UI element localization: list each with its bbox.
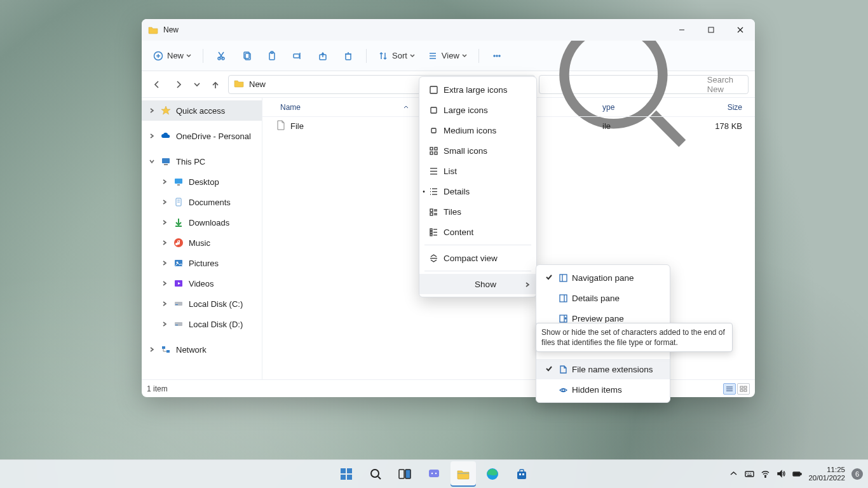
store-task-button[interactable]: [509, 461, 534, 487]
svg-rect-66: [430, 152, 433, 154]
svg-rect-114: [522, 473, 524, 475]
sidebar-item-label: This PC: [176, 157, 205, 166]
menu-item-small-icons[interactable]: Small icons: [419, 140, 536, 161]
sidebar-item-pictures[interactable]: Pictures: [142, 253, 262, 273]
menu-item-list[interactable]: List: [419, 161, 536, 181]
menu-item-details[interactable]: • Details: [419, 181, 536, 201]
sidebar-item-videos[interactable]: Videos: [142, 273, 262, 294]
chat-button[interactable]: [421, 461, 447, 487]
menu-item-label: File name extensions: [572, 365, 653, 374]
clock[interactable]: 11:25 20/01/2022: [808, 466, 845, 482]
task-view-button[interactable]: [392, 461, 417, 487]
copy-button[interactable]: [235, 46, 258, 66]
paste-button[interactable]: [261, 46, 283, 66]
list-icon: [428, 166, 438, 176]
titlebar[interactable]: New: [142, 19, 755, 41]
sidebar-item-network[interactable]: Network: [142, 339, 262, 360]
svg-rect-77: [430, 209, 433, 212]
edge-task-button[interactable]: [480, 461, 505, 487]
sidebar-item-label: Local Disk (D:): [189, 320, 243, 329]
close-button[interactable]: [726, 19, 755, 41]
maximize-button[interactable]: [696, 19, 726, 41]
cut-button[interactable]: [210, 46, 233, 66]
menu-item-extra-large-icons[interactable]: Extra large icons: [419, 79, 536, 100]
sidebar-item-label: Local Disk (C:): [189, 299, 243, 309]
notification-badge[interactable]: 6: [851, 468, 863, 480]
svg-point-120: [765, 476, 766, 477]
view-button[interactable]: View: [423, 46, 472, 66]
sidebar-item-local-disk-d[interactable]: Local Disk (D:): [142, 314, 262, 334]
disk-icon: [173, 319, 184, 329]
recent-locations-button[interactable]: [191, 76, 203, 93]
view-menu: Extra large icons Large icons Medium ico…: [419, 76, 537, 297]
rename-button[interactable]: [286, 46, 309, 66]
tray-overflow-button[interactable]: [729, 469, 738, 480]
details-view-toggle[interactable]: [723, 383, 736, 395]
sidebar-item-label: Downloads: [189, 218, 229, 227]
new-button[interactable]: New: [148, 46, 196, 66]
svg-rect-112: [520, 470, 524, 472]
svg-rect-92: [560, 295, 567, 302]
chevron-down-icon: [462, 51, 467, 60]
menu-item-file-name-extensions[interactable]: File name extensions: [536, 359, 670, 379]
sidebar-item-desktop[interactable]: Desktop: [142, 172, 262, 192]
menu-item-content[interactable]: Content: [419, 222, 536, 242]
sidebar-item-documents[interactable]: Documents: [142, 192, 262, 212]
more-button[interactable]: [485, 46, 508, 66]
svg-rect-1: [709, 27, 714, 32]
file-type: ile: [602, 121, 611, 131]
svg-rect-60: [744, 390, 747, 391]
menu-item-navigation-pane[interactable]: Navigation pane: [536, 268, 670, 288]
back-button[interactable]: [148, 76, 166, 93]
column-name: Name: [280, 103, 301, 112]
sidebar-item-onedrive[interactable]: OneDrive - Personal: [142, 126, 262, 146]
up-button[interactable]: [207, 76, 224, 93]
svg-point-97: [562, 389, 564, 391]
wifi-icon[interactable]: [761, 469, 770, 480]
column-size: Size: [728, 103, 742, 112]
menu-item-label: Large icons: [444, 105, 488, 115]
keyboard-icon[interactable]: [745, 469, 754, 480]
status-item-count: 1 item: [147, 384, 168, 393]
chevron-right-icon: [525, 280, 530, 289]
thumbnails-view-toggle[interactable]: [737, 383, 750, 395]
search-task-button[interactable]: [363, 461, 388, 487]
sidebar-item-music[interactable]: Music: [142, 233, 262, 253]
search-input[interactable]: Search New: [539, 75, 749, 94]
menu-item-show[interactable]: Show: [419, 274, 536, 294]
file-explorer-task-button[interactable]: [451, 461, 476, 487]
forward-button[interactable]: [170, 76, 187, 93]
disk-icon: [173, 299, 184, 309]
menu-item-medium-icons[interactable]: Medium icons: [419, 120, 536, 140]
svg-rect-83: [430, 229, 432, 231]
menu-item-label: Navigation pane: [572, 273, 634, 283]
sidebar-item-quick-access[interactable]: Quick access: [142, 100, 262, 121]
battery-icon[interactable]: [792, 469, 802, 480]
sidebar-item-local-disk-c[interactable]: Local Disk (C:): [142, 294, 262, 314]
minimize-button[interactable]: [667, 19, 696, 41]
share-button[interactable]: [311, 46, 334, 66]
desktop-icon: [173, 177, 184, 187]
file-size: 178 KB: [715, 121, 742, 131]
svg-point-26: [496, 55, 498, 57]
start-button[interactable]: [334, 461, 359, 487]
menu-item-large-icons[interactable]: Large icons: [419, 100, 536, 120]
volume-icon[interactable]: [776, 469, 786, 480]
svg-point-25: [494, 55, 495, 57]
chevron-down-icon: [410, 51, 415, 60]
menu-item-details-pane[interactable]: Details pane: [536, 288, 670, 308]
delete-button[interactable]: [337, 46, 360, 66]
svg-rect-109: [458, 473, 469, 474]
svg-rect-19: [346, 54, 351, 60]
system-tray: 11:25 20/01/2022 6: [729, 460, 863, 488]
sidebar-item-label: Videos: [189, 279, 214, 288]
sort-button[interactable]: Sort: [373, 46, 420, 66]
view-button-label: View: [442, 51, 459, 60]
menu-item-hidden-items[interactable]: Hidden items: [536, 379, 670, 400]
sidebar-item-downloads[interactable]: Downloads: [142, 212, 262, 233]
menu-item-tiles[interactable]: Tiles: [419, 201, 536, 222]
address-path: New: [249, 79, 266, 89]
menu-item-compact-view[interactable]: Compact view: [419, 248, 536, 268]
sidebar-item-this-pc[interactable]: This PC: [142, 151, 262, 172]
menu-item-label: Show: [475, 280, 496, 289]
